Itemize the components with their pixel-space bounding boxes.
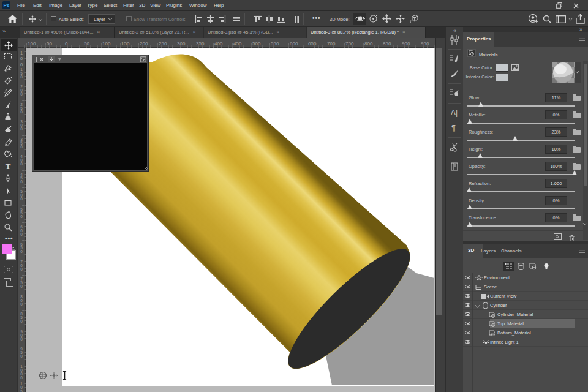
svg-text:T: T [6, 162, 11, 170]
svg-text:¶: ¶ [451, 123, 456, 132]
svg-text:A|: A| [451, 108, 458, 117]
